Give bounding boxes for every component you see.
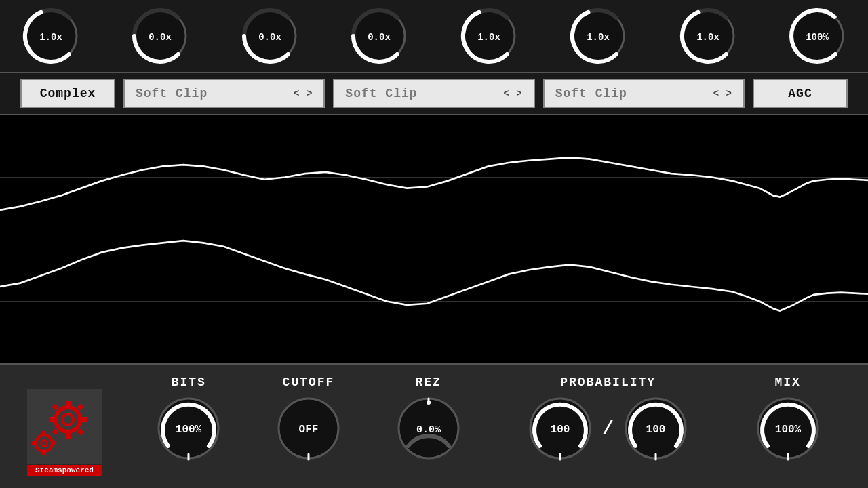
svg-text:0.0x: 0.0x: [258, 32, 281, 43]
soft-clip-2-arrows: < >: [503, 88, 522, 99]
svg-rect-24: [49, 417, 54, 422]
svg-rect-33: [42, 431, 46, 435]
top-knob-group-6: 1.0x: [677, 5, 738, 66]
svg-text:100: 100: [551, 424, 570, 436]
svg-text:100%: 100%: [806, 32, 829, 43]
logo-text: Steamspowered: [27, 465, 102, 476]
top-knob-svg-4[interactable]: 1.0x: [458, 5, 519, 66]
soft-clip-1-button[interactable]: Soft Clip < >: [123, 79, 325, 108]
svg-text:100: 100: [646, 424, 666, 436]
svg-point-21: [64, 415, 72, 424]
controls-row: Complex Soft Clip < > Soft Clip < > Soft…: [0, 73, 868, 115]
cutoff-label: CUTOFF: [283, 375, 335, 389]
cutoff-knob[interactable]: OFF: [275, 394, 342, 462]
waveform-display: [0, 115, 868, 363]
svg-text:0.0x: 0.0x: [149, 32, 172, 43]
svg-rect-18: [27, 389, 102, 464]
svg-text:1.0x: 1.0x: [696, 32, 719, 43]
svg-rect-36: [52, 441, 56, 445]
soft-clip-3-button[interactable]: Soft Clip < >: [543, 79, 745, 108]
top-knob-svg-1[interactable]: 0.0x: [130, 5, 191, 66]
top-knob-svg-7[interactable]: 100%: [787, 5, 848, 66]
top-knob-svg-3[interactable]: 0.0x: [349, 5, 410, 66]
cutoff-group: CUTOFF OFF: [249, 375, 369, 462]
svg-text:0.0x: 0.0x: [368, 32, 391, 43]
soft-clip-2-label: Soft Clip: [345, 87, 492, 100]
soft-clip-2-button[interactable]: Soft Clip < >: [333, 79, 534, 108]
top-knob-group-2: 0.0x: [239, 5, 300, 66]
bits-knob[interactable]: 100%: [155, 394, 222, 462]
probability-label: PROBABILITY: [560, 375, 656, 389]
top-knobs-row: 1.0x 0.0x 0.0x 0.0x 1.0x 1.0x: [0, 0, 868, 73]
complex-button[interactable]: Complex: [20, 79, 115, 108]
svg-text:100%: 100%: [774, 424, 801, 436]
top-knob-group-5: 1.0x: [568, 5, 629, 66]
svg-text:100%: 100%: [176, 424, 202, 436]
top-knob-svg-2[interactable]: 0.0x: [239, 5, 300, 66]
probability-knob-2[interactable]: 100: [622, 394, 690, 462]
waveform-svg: [0, 115, 868, 363]
main-container: 1.0x 0.0x 0.0x 0.0x 1.0x 1.0x: [0, 0, 868, 488]
svg-rect-23: [65, 433, 71, 439]
logo-icon: [27, 389, 102, 464]
soft-clip-1-label: Soft Clip: [136, 87, 283, 100]
soft-clip-1-arrows: < >: [294, 88, 313, 99]
svg-rect-35: [32, 441, 36, 445]
svg-text:1.0x: 1.0x: [39, 32, 62, 43]
logo-area: Steamspowered: [20, 375, 108, 477]
bits-label: BITS: [172, 375, 206, 389]
rez-knob[interactable]: 0.0%: [395, 394, 462, 462]
soft-clip-3-label: Soft Clip: [555, 87, 703, 100]
mix-label: MIX: [774, 375, 800, 389]
svg-text:1.0x: 1.0x: [477, 32, 500, 43]
top-knob-svg-0[interactable]: 1.0x: [20, 5, 81, 66]
top-knob-group-7: 100%: [787, 5, 848, 66]
agc-button[interactable]: AGC: [753, 79, 848, 108]
probability-divider: /: [599, 418, 616, 439]
svg-rect-34: [42, 451, 46, 455]
top-knob-group-3: 0.0x: [349, 5, 410, 66]
svg-rect-22: [65, 401, 71, 406]
svg-point-32: [42, 441, 46, 445]
top-knob-group-0: 1.0x: [20, 5, 81, 66]
svg-text:0.0%: 0.0%: [416, 424, 441, 436]
mix-knob[interactable]: 100%: [754, 394, 822, 462]
soft-clip-3-arrows: < >: [713, 88, 732, 99]
mix-group: MIX 100%: [728, 375, 848, 462]
rez-group: REZ 0.0%: [368, 375, 488, 462]
bits-group: BITS 100%: [129, 375, 249, 462]
top-knob-group-1: 0.0x: [130, 5, 191, 66]
top-knob-svg-6[interactable]: 1.0x: [677, 5, 738, 66]
bottom-section: Steamspowered BITS 100% CUTOFF OFF REZ: [0, 363, 868, 488]
rez-label: REZ: [415, 375, 441, 389]
svg-text:1.0x: 1.0x: [587, 32, 610, 43]
top-knob-group-4: 1.0x: [458, 5, 519, 66]
svg-rect-25: [81, 417, 87, 422]
probability-knob-1[interactable]: 100: [526, 394, 594, 462]
top-knob-svg-5[interactable]: 1.0x: [568, 5, 629, 66]
svg-text:OFF: OFF: [299, 424, 319, 436]
probability-group: PROBABILITY 100 / 100: [488, 375, 728, 462]
probability-knobs: 100 / 100: [526, 394, 690, 462]
